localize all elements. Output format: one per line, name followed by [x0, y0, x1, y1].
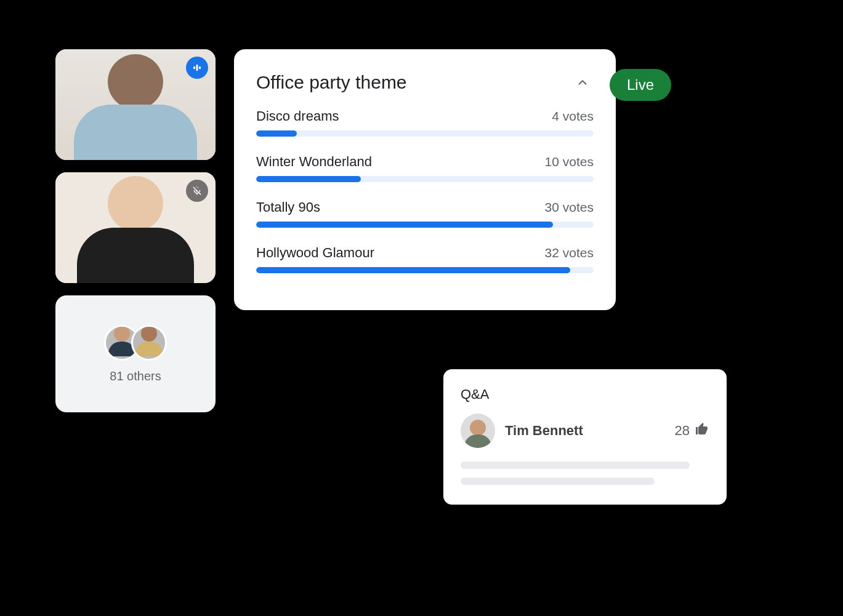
speaking-bars-icon — [186, 57, 208, 79]
participant-tile-column: 81 others — [55, 49, 216, 412]
qa-card: Q&A Tim Bennett 28 — [443, 369, 727, 505]
poll-option-label: Totally 90s — [256, 199, 320, 215]
poll-option-label: Hollywood Glamour — [256, 245, 374, 261]
poll-option-votes: 30 votes — [545, 200, 594, 215]
poll-option[interactable]: Totally 90s 30 votes — [256, 199, 594, 228]
poll-panel: Live Office party theme Disco dreams 4 v… — [234, 49, 616, 310]
poll-option-label: Disco dreams — [256, 108, 339, 124]
chevron-up-icon[interactable] — [571, 71, 594, 94]
poll-option-votes: 10 votes — [545, 154, 594, 169]
poll-option[interactable]: Winter Wonderland 10 votes — [256, 154, 594, 182]
live-badge: Live — [610, 69, 671, 101]
avatar — [461, 414, 495, 448]
participant-tile-muted[interactable] — [55, 172, 216, 283]
participant-tile-speaking[interactable] — [55, 49, 216, 160]
others-avatar-stack — [104, 325, 167, 361]
poll-option-bar — [256, 130, 594, 137]
poll-option-bar — [256, 267, 594, 273]
qa-text-skeleton — [461, 478, 655, 485]
upvote-button[interactable]: 28 — [675, 422, 709, 440]
svg-rect-1 — [196, 65, 198, 71]
poll-option-bar — [256, 222, 594, 228]
upvote-count: 28 — [675, 423, 690, 439]
mic-off-icon — [186, 180, 208, 202]
poll-option-votes: 32 votes — [545, 246, 594, 260]
poll-title: Office party theme — [256, 72, 407, 93]
qa-title: Q&A — [461, 386, 709, 402]
thumb-up-icon — [695, 422, 709, 440]
svg-rect-0 — [193, 66, 195, 70]
poll-option[interactable]: Hollywood Glamour 32 votes — [256, 245, 594, 273]
others-tile[interactable]: 81 others — [55, 295, 216, 412]
poll-option-votes: 4 votes — [552, 109, 594, 124]
qa-entry[interactable]: Tim Bennett 28 — [461, 414, 709, 448]
poll-option[interactable]: Disco dreams 4 votes — [256, 108, 594, 137]
svg-rect-2 — [199, 66, 201, 70]
qa-text-skeleton — [461, 462, 690, 469]
poll-option-bar — [256, 176, 594, 182]
others-count-label: 81 others — [110, 369, 161, 383]
qa-author-name: Tim Bennett — [505, 423, 665, 439]
poll-option-label: Winter Wonderland — [256, 154, 372, 170]
